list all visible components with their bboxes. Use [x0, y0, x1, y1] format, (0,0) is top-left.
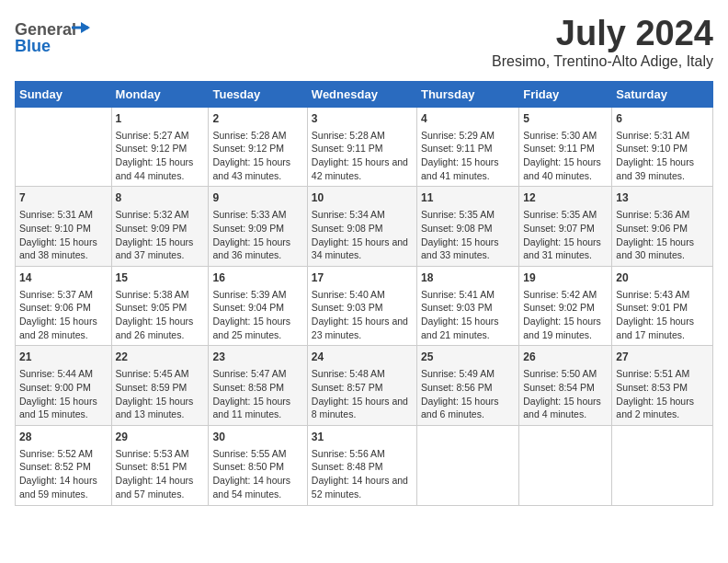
daylight-text: Daylight: 14 hours and 52 minutes.	[312, 474, 413, 500]
calendar-cell: 12Sunrise: 5:35 AMSunset: 9:07 PMDayligh…	[519, 187, 612, 267]
calendar-week-row: 28Sunrise: 5:52 AMSunset: 8:52 PMDayligh…	[16, 425, 713, 505]
day-number: 7	[19, 190, 108, 206]
sunset-text: Sunset: 8:54 PM	[523, 381, 608, 395]
weekday-header: Thursday	[416, 81, 518, 107]
calendar-week-row: 1Sunrise: 5:27 AMSunset: 9:12 PMDaylight…	[16, 107, 713, 187]
sunset-text: Sunset: 9:11 PM	[421, 142, 515, 155]
daylight-text: Daylight: 15 hours and 26 minutes.	[116, 315, 205, 341]
day-number: 28	[19, 430, 108, 445]
sunset-text: Sunset: 9:11 PM	[523, 142, 608, 155]
calendar-cell	[519, 425, 612, 505]
sunrise-text: Sunrise: 5:44 AM	[19, 367, 108, 381]
calendar-cell: 14Sunrise: 5:37 AMSunset: 9:06 PMDayligh…	[16, 266, 112, 346]
sunrise-text: Sunrise: 5:31 AM	[19, 208, 108, 222]
weekday-header: Wednesday	[307, 81, 416, 107]
day-number: 4	[421, 111, 515, 127]
daylight-text: Daylight: 15 hours and 41 minutes.	[421, 155, 515, 182]
daylight-text: Daylight: 15 hours and 31 minutes.	[523, 236, 608, 262]
sunset-text: Sunset: 8:58 PM	[212, 381, 302, 395]
sunset-text: Sunset: 9:08 PM	[421, 222, 515, 236]
daylight-text: Daylight: 15 hours and 4 minutes.	[523, 395, 608, 421]
location-title: Bresimo, Trentino-Alto Adige, Italy	[492, 53, 713, 70]
sunset-text: Sunset: 9:12 PM	[212, 142, 302, 155]
calendar-cell: 22Sunrise: 5:45 AMSunset: 8:59 PMDayligh…	[111, 346, 209, 426]
calendar-cell: 28Sunrise: 5:52 AMSunset: 8:52 PMDayligh…	[16, 425, 112, 505]
day-number: 16	[212, 270, 302, 286]
sunset-text: Sunset: 9:09 PM	[116, 222, 205, 236]
daylight-text: Daylight: 15 hours and 44 minutes.	[116, 155, 205, 182]
sunset-text: Sunset: 9:09 PM	[212, 222, 302, 236]
daylight-text: Daylight: 15 hours and 30 minutes.	[616, 236, 709, 262]
sunrise-text: Sunrise: 5:41 AM	[421, 288, 515, 302]
sunset-text: Sunset: 9:00 PM	[19, 381, 108, 395]
sunrise-text: Sunrise: 5:36 AM	[616, 208, 709, 222]
day-number: 5	[523, 111, 608, 127]
weekday-header: Saturday	[612, 81, 713, 107]
sunrise-text: Sunrise: 5:28 AM	[312, 129, 413, 143]
calendar-cell	[16, 107, 112, 187]
calendar-week-row: 7Sunrise: 5:31 AMSunset: 9:10 PMDaylight…	[16, 187, 713, 267]
day-number: 25	[421, 350, 515, 365]
calendar-cell: 13Sunrise: 5:36 AMSunset: 9:06 PMDayligh…	[612, 187, 713, 267]
calendar-cell: 5Sunrise: 5:30 AMSunset: 9:11 PMDaylight…	[519, 107, 612, 187]
day-number: 9	[212, 190, 302, 206]
calendar-cell: 19Sunrise: 5:42 AMSunset: 9:02 PMDayligh…	[519, 266, 612, 346]
sunset-text: Sunset: 9:03 PM	[312, 301, 413, 315]
sunrise-text: Sunrise: 5:42 AM	[523, 288, 608, 302]
daylight-text: Daylight: 15 hours and 23 minutes.	[312, 315, 413, 341]
day-number: 3	[312, 111, 413, 127]
sunset-text: Sunset: 9:03 PM	[421, 301, 515, 315]
weekday-header: Sunday	[16, 81, 112, 107]
svg-text:General: General	[15, 20, 76, 39]
sunrise-text: Sunrise: 5:45 AM	[116, 367, 205, 381]
sunset-text: Sunset: 9:05 PM	[116, 301, 205, 315]
day-number: 13	[616, 190, 709, 206]
day-number: 18	[421, 270, 515, 286]
calendar-cell: 20Sunrise: 5:43 AMSunset: 9:01 PMDayligh…	[612, 266, 713, 346]
logo: General Blue	[15, 15, 97, 55]
sunset-text: Sunset: 8:53 PM	[616, 381, 709, 395]
sunrise-text: Sunrise: 5:35 AM	[523, 208, 608, 222]
calendar-cell: 27Sunrise: 5:51 AMSunset: 8:53 PMDayligh…	[612, 346, 713, 426]
sunset-text: Sunset: 9:11 PM	[312, 142, 413, 155]
daylight-text: Daylight: 15 hours and 21 minutes.	[421, 315, 515, 341]
sunrise-text: Sunrise: 5:32 AM	[116, 208, 205, 222]
daylight-text: Daylight: 15 hours and 6 minutes.	[421, 395, 515, 421]
daylight-text: Daylight: 15 hours and 33 minutes.	[421, 236, 515, 262]
calendar-cell: 7Sunrise: 5:31 AMSunset: 9:10 PMDaylight…	[16, 187, 112, 267]
sunrise-text: Sunrise: 5:48 AM	[312, 367, 413, 381]
calendar-week-row: 14Sunrise: 5:37 AMSunset: 9:06 PMDayligh…	[16, 266, 713, 346]
calendar-cell: 17Sunrise: 5:40 AMSunset: 9:03 PMDayligh…	[307, 266, 416, 346]
sunrise-text: Sunrise: 5:29 AM	[421, 129, 515, 143]
sunrise-text: Sunrise: 5:39 AM	[212, 288, 302, 302]
day-number: 31	[312, 430, 413, 445]
daylight-text: Daylight: 15 hours and 13 minutes.	[116, 395, 205, 421]
day-number: 11	[421, 190, 515, 206]
sunset-text: Sunset: 9:07 PM	[523, 222, 608, 236]
day-number: 23	[212, 350, 302, 365]
calendar-cell: 9Sunrise: 5:33 AMSunset: 9:09 PMDaylight…	[209, 187, 307, 267]
daylight-text: Daylight: 15 hours and 36 minutes.	[212, 236, 302, 262]
daylight-text: Daylight: 14 hours and 59 minutes.	[19, 474, 108, 500]
day-number: 12	[523, 190, 608, 206]
weekday-header: Tuesday	[209, 81, 307, 107]
daylight-text: Daylight: 15 hours and 42 minutes.	[312, 155, 413, 182]
sunset-text: Sunset: 9:04 PM	[212, 301, 302, 315]
sunset-text: Sunset: 9:01 PM	[616, 301, 709, 315]
calendar-cell: 3Sunrise: 5:28 AMSunset: 9:11 PMDaylight…	[307, 107, 416, 187]
calendar-header-row: SundayMondayTuesdayWednesdayThursdayFrid…	[16, 81, 713, 107]
calendar-cell: 1Sunrise: 5:27 AMSunset: 9:12 PMDaylight…	[111, 107, 209, 187]
day-number: 1	[116, 111, 205, 127]
daylight-text: Daylight: 15 hours and 39 minutes.	[616, 155, 709, 182]
weekday-header: Monday	[111, 81, 209, 107]
daylight-text: Daylight: 14 hours and 57 minutes.	[116, 474, 205, 500]
day-number: 29	[116, 430, 205, 445]
sunrise-text: Sunrise: 5:34 AM	[312, 208, 413, 222]
daylight-text: Daylight: 15 hours and 2 minutes.	[616, 395, 709, 421]
sunset-text: Sunset: 8:56 PM	[421, 381, 515, 395]
day-number: 19	[523, 270, 608, 286]
calendar-cell: 10Sunrise: 5:34 AMSunset: 9:08 PMDayligh…	[307, 187, 416, 267]
sunset-text: Sunset: 8:51 PM	[116, 460, 205, 474]
calendar-week-row: 21Sunrise: 5:44 AMSunset: 9:00 PMDayligh…	[16, 346, 713, 426]
sunrise-text: Sunrise: 5:47 AM	[212, 367, 302, 381]
